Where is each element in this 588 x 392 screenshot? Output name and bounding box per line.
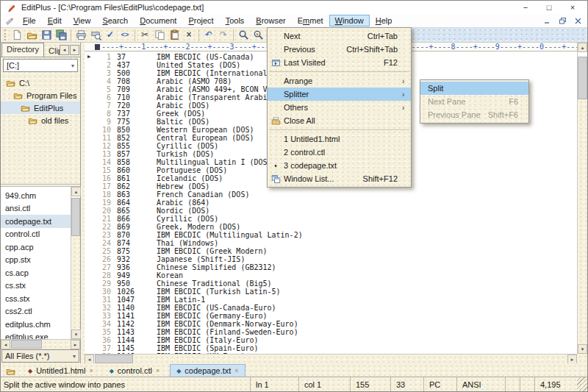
tree-item-old-files[interactable]: old files bbox=[1, 114, 80, 126]
menu-tools[interactable]: Tools bbox=[220, 15, 251, 26]
file-item-css2.ctl[interactable]: css2.ctl bbox=[1, 305, 71, 318]
editor-line[interactable]: 27936Chinese Simplified (GB2312) bbox=[85, 263, 577, 271]
tree-item-editplus[interactable]: EditPlus bbox=[1, 101, 80, 114]
close-tab-icon[interactable]: × bbox=[234, 367, 238, 374]
file-item-ansi.ctl[interactable]: ansi.ctl bbox=[1, 202, 71, 215]
open-icon[interactable] bbox=[24, 29, 39, 42]
editor-line[interactable]: 20865Nordic (DOS) bbox=[85, 207, 577, 215]
menu-project[interactable]: Project bbox=[182, 15, 219, 26]
tab-list-icon[interactable] bbox=[3, 365, 18, 377]
undo-icon[interactable]: ↶ bbox=[201, 29, 216, 42]
editor-line[interactable]: 341142IBM EBCDIC (Denmark-Norway-Euro) bbox=[85, 320, 577, 328]
toolbar-drag-handle-icon[interactable] bbox=[4, 29, 7, 40]
editor-line[interactable]: 23870IBM EBCDIC (Multilingual Latin-2) bbox=[85, 231, 577, 239]
editor-line[interactable]: 381146IBM EBCDIC (UK-Euro) bbox=[85, 352, 577, 354]
new-document-icon[interactable] bbox=[10, 29, 24, 42]
resize-grip-icon[interactable] bbox=[577, 377, 587, 391]
menu-help[interactable]: Help bbox=[370, 15, 398, 26]
delete-icon[interactable]: × bbox=[182, 29, 196, 42]
child-minimize-icon[interactable] bbox=[544, 18, 551, 24]
scroll-thumb[interactable] bbox=[578, 57, 587, 99]
scroll-right-icon[interactable]: ▸ bbox=[71, 340, 80, 349]
menu-item-window-list-[interactable]: Window List...Shift+F12 bbox=[268, 172, 411, 185]
close-button[interactable]: × bbox=[561, 3, 584, 12]
paste-icon[interactable] bbox=[167, 29, 182, 42]
copy-icon[interactable] bbox=[152, 29, 167, 42]
save-icon[interactable] bbox=[39, 29, 54, 42]
close-tab-icon[interactable]: × bbox=[156, 367, 159, 374]
cut-icon[interactable]: ✂ bbox=[137, 29, 152, 42]
file-item-editplus.exe[interactable]: editplus.exe bbox=[1, 331, 71, 340]
menu-item-previous[interactable]: PreviousCtrl+Shift+Tab bbox=[268, 43, 411, 56]
tab-scroll-left-icon[interactable]: ◂ bbox=[60, 45, 69, 55]
replace-icon[interactable]: a bbox=[251, 29, 265, 42]
file-item-949.chm[interactable]: 949.chm bbox=[1, 189, 71, 202]
scroll-down-icon[interactable]: ▾ bbox=[578, 344, 587, 354]
menu-item-3-codepage-txt[interactable]: •3 codepage.txt bbox=[268, 159, 411, 172]
editor-line[interactable]: 371145IBM EBCDIC (Spain-Euro) bbox=[85, 344, 577, 352]
menu-search[interactable]: Search bbox=[96, 15, 134, 26]
minimize-button[interactable]: − bbox=[514, 3, 537, 12]
tab-cliptext[interactable]: Clipt bbox=[44, 45, 60, 57]
menu-document[interactable]: Document bbox=[134, 15, 182, 26]
editor-line[interactable]: 18863French Canadian (DOS) bbox=[85, 190, 577, 199]
drive-selector[interactable]: [C:] ▾ bbox=[3, 59, 78, 72]
menu-item-next[interactable]: NextCtrl+Tab bbox=[268, 29, 411, 43]
spell-check-icon[interactable]: ✓ bbox=[103, 29, 118, 42]
editor-line[interactable]: 25875IBM EBCDIC (Greek Modern) bbox=[85, 247, 577, 255]
file-item-editplus.chm[interactable]: editplus.chm bbox=[1, 318, 71, 331]
doc-tab-codepage.txt[interactable]: ◆codepage.txt× bbox=[170, 364, 245, 377]
scroll-up-icon[interactable]: ▴ bbox=[578, 43, 587, 52]
view-source-icon[interactable]: <> bbox=[118, 29, 132, 42]
close-tab-icon[interactable]: × bbox=[89, 367, 93, 374]
menu-browser[interactable]: Browser bbox=[250, 15, 291, 26]
tree-item-program-files[interactable]: Program Files bbox=[1, 89, 80, 101]
scroll-down-icon[interactable]: ▾ bbox=[71, 329, 81, 339]
file-item-codepage.txt[interactable]: codepage.txt bbox=[1, 215, 71, 228]
menu-file[interactable]: File bbox=[17, 15, 42, 26]
file-filter-select[interactable]: All Files (*.*) ▾ bbox=[1, 349, 79, 363]
tab-scroll-right-icon[interactable]: ▸ bbox=[70, 45, 79, 55]
print-icon[interactable] bbox=[74, 29, 88, 42]
editor-line[interactable]: 28949Korean bbox=[85, 271, 577, 279]
menu-item-close-all[interactable]: Close All bbox=[268, 114, 411, 127]
file-list-hscrollbar[interactable]: ◂ ▸ bbox=[1, 339, 80, 349]
scroll-track[interactable] bbox=[42, 340, 71, 349]
scroll-track[interactable] bbox=[578, 99, 587, 344]
redo-icon[interactable]: ↷ bbox=[216, 29, 231, 42]
scroll-track[interactable] bbox=[133, 354, 567, 363]
menu-item-split[interactable]: Split bbox=[420, 82, 528, 95]
editor-line[interactable]: 21866Cyrillic (DOS) bbox=[85, 215, 577, 223]
editor-hscrollbar[interactable]: ◂ ▸ bbox=[85, 354, 577, 363]
editor-line[interactable]: 321140IBM EBCDIC (US-Canada-Euro) bbox=[85, 304, 577, 312]
file-item-cs.acp[interactable]: cs.acp bbox=[1, 266, 71, 279]
save-all-icon[interactable] bbox=[54, 29, 68, 42]
file-item-cpp.stx[interactable]: cpp.stx bbox=[1, 254, 71, 267]
menu-item-others[interactable]: Others› bbox=[268, 101, 411, 114]
maximize-button[interactable]: □ bbox=[537, 3, 561, 12]
menu-item-1-untitled1-html[interactable]: 1 Untitled1.html bbox=[268, 132, 411, 146]
scroll-thumb[interactable] bbox=[11, 340, 42, 349]
menu-item-last-visited[interactable]: Last VisitedF12 bbox=[268, 56, 411, 69]
doc-tab-Untitled1.html[interactable]: ◆Untitled1.html× bbox=[22, 365, 99, 377]
editor-line[interactable]: 331141IBM EBCDIC (Germany-Euro) bbox=[85, 312, 577, 320]
menu-item-splitter[interactable]: Splitter› bbox=[268, 88, 411, 101]
tree-item-c-[interactable]: C:\ bbox=[1, 76, 80, 89]
menu-emmet[interactable]: Emmet bbox=[292, 15, 329, 26]
scroll-up-icon[interactable]: ▴ bbox=[71, 187, 81, 196]
menu-view[interactable]: View bbox=[68, 15, 97, 26]
editor-line[interactable]: 351143IBM EBCDIC (Finland-Sweden-Euro) bbox=[85, 328, 577, 336]
print-preview-icon[interactable] bbox=[88, 29, 103, 42]
doc-tab-control.ctl[interactable]: ◆control.ctl× bbox=[104, 365, 166, 377]
scroll-thumb[interactable] bbox=[71, 198, 80, 236]
menu-item-arrange[interactable]: Arrange› bbox=[268, 74, 411, 88]
tab-directory[interactable]: Directory bbox=[1, 43, 44, 57]
file-item-css.stx[interactable]: css.stx bbox=[1, 292, 71, 305]
file-item-control.ctl[interactable]: control.ctl bbox=[1, 228, 71, 241]
editor-line[interactable]: 24874Thai (Windows) bbox=[85, 239, 577, 247]
scroll-thumb[interactable] bbox=[95, 354, 133, 363]
menu-window[interactable]: Window bbox=[329, 15, 370, 26]
editor-line[interactable]: 29950Chinese Traditional (Big5) bbox=[85, 279, 577, 288]
child-close-icon[interactable] bbox=[575, 18, 581, 24]
file-list-vscrollbar[interactable]: ▴ ▾ bbox=[71, 187, 80, 339]
